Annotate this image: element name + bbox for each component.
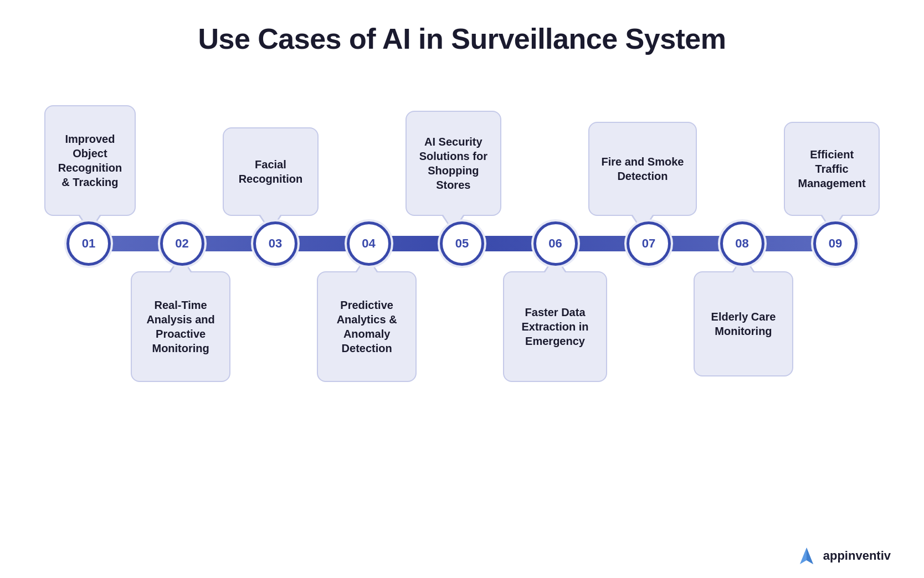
bubble-09-label: Efficient Traffic Management xyxy=(794,147,870,190)
node-01: 01 xyxy=(66,221,111,266)
bubble-09: Efficient Traffic Management xyxy=(784,122,880,216)
node-02: 02 xyxy=(160,221,204,266)
top-bubbles: Improved Object Recognition & Tracking F… xyxy=(33,89,891,216)
bubble-07: Fire and Smoke Detection xyxy=(588,122,697,216)
node-08: 08 xyxy=(720,221,764,266)
bubble-03-label: Facial Recognition xyxy=(233,157,309,186)
bubble-05-label: AI Security Solutions for Shopping Store… xyxy=(415,135,491,192)
bubble-02-label: Real-Time Analysis and Proactive Monitor… xyxy=(141,298,220,355)
bubble-05: AI Security Solutions for Shopping Store… xyxy=(405,111,501,216)
node-05: 05 xyxy=(440,221,484,266)
page-container: Use Cases of AI in Surveillance System I… xyxy=(0,0,924,578)
logo-text: appinventiv xyxy=(823,549,891,563)
bubble-07-label: Fire and Smoke Detection xyxy=(598,154,687,183)
node-04: 04 xyxy=(347,221,391,266)
bubble-08-label: Elderly Care Monitoring xyxy=(704,309,783,338)
appinventiv-icon xyxy=(795,545,818,567)
timeline-section: Improved Object Recognition & Tracking F… xyxy=(33,89,891,399)
bubble-02: Real-Time Analysis and Proactive Monitor… xyxy=(131,271,230,382)
bubble-06-label: Faster Data Extraction in Emergency xyxy=(513,305,597,348)
bubble-04: Predictive Analytics & Anomaly Detection xyxy=(317,271,417,382)
bubble-01: Improved Object Recognition & Tracking xyxy=(44,105,136,216)
logo: appinventiv xyxy=(795,545,891,567)
svg-marker-1 xyxy=(807,548,813,564)
bubble-04-label: Predictive Analytics & Anomaly Detection xyxy=(327,298,407,355)
bubble-06: Faster Data Extraction in Emergency xyxy=(503,271,607,382)
bubble-03: Facial Recognition xyxy=(223,127,319,216)
node-06: 06 xyxy=(533,221,578,266)
timeline-row: 01 02 03 04 05 06 07 08 09 xyxy=(33,216,891,271)
node-03: 03 xyxy=(253,221,297,266)
node-09: 09 xyxy=(813,221,858,266)
bubble-01-label: Improved Object Recognition & Tracking xyxy=(54,132,126,189)
node-07: 07 xyxy=(627,221,671,266)
main-title: Use Cases of AI in Surveillance System xyxy=(198,22,726,55)
bottom-bubbles: Real-Time Analysis and Proactive Monitor… xyxy=(33,271,891,399)
bubble-08: Elderly Care Monitoring xyxy=(694,271,793,376)
timeline-nodes: 01 02 03 04 05 06 07 08 09 xyxy=(66,221,858,266)
